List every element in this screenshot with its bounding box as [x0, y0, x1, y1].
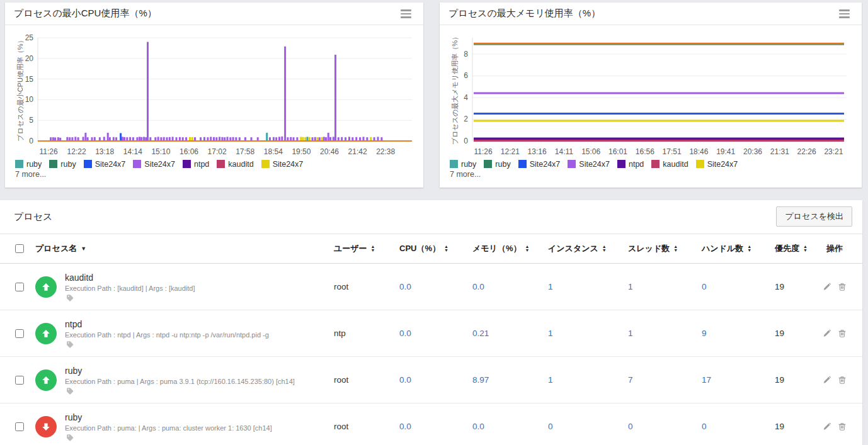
legend-item[interactable]: kauditd	[651, 160, 688, 169]
instances-cell[interactable]: 0	[540, 422, 620, 431]
table-row: ntpd Execution Path : ntpd | Args : ntpd…	[0, 310, 862, 357]
detect-process-button[interactable]: プロセスを検出	[776, 206, 852, 227]
column-header-name[interactable]: プロセス名 ▼	[35, 243, 326, 254]
edit-icon[interactable]	[823, 422, 831, 431]
hamburger-icon[interactable]	[837, 8, 852, 20]
svg-text:16:56: 16:56	[636, 147, 654, 156]
handles-cell[interactable]: 0	[694, 282, 767, 291]
handles-cell[interactable]: 9	[694, 329, 767, 338]
process-name[interactable]: ruby	[65, 366, 295, 376]
column-header-cpu[interactable]: CPU（%）▲▼	[392, 243, 465, 254]
sort-icon[interactable]: ▲▼	[673, 245, 678, 252]
legend-item[interactable]: ruby	[49, 160, 76, 169]
cpu-cell[interactable]: 0.0	[392, 329, 465, 338]
memory-cell[interactable]: 0.21	[465, 329, 540, 338]
cpu-chart-legend-more[interactable]: 7 more...	[5, 169, 423, 180]
cpu-cell[interactable]: 0.0	[392, 282, 465, 291]
legend-item[interactable]: Site24x7	[261, 160, 304, 169]
memory-cell[interactable]: 8.97	[465, 375, 540, 385]
select-all-checkbox[interactable]	[15, 244, 24, 253]
process-name[interactable]: kauditd	[65, 273, 195, 283]
tag-icon[interactable]	[66, 341, 74, 348]
row-checkbox[interactable]	[15, 329, 24, 338]
sort-icon[interactable]: ▲▼	[747, 245, 751, 252]
svg-text:10: 10	[25, 95, 34, 104]
cpu-chart-title: プロセスの最小CPU使用率（%）	[14, 8, 157, 20]
column-header-memory[interactable]: メモリ（%）▲▼	[465, 243, 540, 254]
svg-text:4: 4	[464, 93, 468, 101]
cpu-cell[interactable]: 0.0	[392, 375, 465, 385]
legend-item[interactable]: ntpd	[617, 160, 644, 169]
memory-chart-legend-more[interactable]: 7 more...	[440, 169, 862, 180]
cpu-chart-canvas[interactable]: 051015202511:2612:2213:1814:1415:1016:06…	[9, 29, 418, 159]
legend-item[interactable]: ruby	[15, 160, 42, 169]
legend-swatch	[183, 160, 191, 168]
legend-item[interactable]: ruby	[484, 160, 510, 169]
column-header-user[interactable]: ユーザー▲▼	[326, 243, 392, 254]
process-name[interactable]: ntpd	[65, 319, 269, 329]
edit-icon[interactable]	[823, 282, 831, 291]
memory-cell[interactable]: 0.0	[465, 422, 540, 431]
sort-icon[interactable]: ▲▼	[371, 245, 375, 252]
cpu-cell[interactable]: 0.0	[392, 422, 465, 431]
legend-item[interactable]: ruby	[450, 160, 476, 169]
hamburger-icon[interactable]	[399, 8, 413, 20]
legend-item[interactable]: Site24x7	[84, 160, 126, 169]
column-header-actions-label: 操作	[826, 243, 843, 254]
tag-icon[interactable]	[66, 294, 74, 301]
sort-icon[interactable]: ▲▼	[444, 245, 448, 252]
threads-cell[interactable]: 1	[620, 329, 694, 338]
svg-text:0: 0	[464, 137, 468, 145]
column-header-handles[interactable]: ハンドル数▲▼	[694, 243, 767, 254]
column-header-priority[interactable]: 優先度▲▼	[767, 243, 819, 254]
process-path: Execution Path : puma | Args : puma 3.9.…	[65, 378, 295, 385]
delete-icon[interactable]	[838, 375, 847, 385]
svg-text:20:36: 20:36	[743, 147, 762, 156]
delete-icon[interactable]	[838, 422, 847, 431]
memory-cell[interactable]: 0.0	[465, 282, 540, 291]
row-checkbox[interactable]	[15, 283, 24, 291]
priority-cell: 19	[767, 422, 819, 431]
threads-cell[interactable]: 7	[620, 375, 694, 385]
legend-swatch	[49, 160, 57, 168]
threads-cell[interactable]: 1	[620, 282, 694, 291]
delete-icon[interactable]	[838, 329, 847, 338]
delete-icon[interactable]	[838, 282, 847, 291]
legend-item[interactable]: Site24x7	[568, 160, 610, 169]
legend-item[interactable]: Site24x7	[518, 160, 561, 169]
threads-cell[interactable]: 0	[620, 422, 694, 431]
process-name[interactable]: ruby	[65, 412, 272, 422]
tag-icon[interactable]	[66, 387, 74, 395]
process-path: Execution Path : puma: | Args : puma: cl…	[65, 424, 272, 432]
row-checkbox[interactable]	[15, 376, 24, 385]
column-header-instances[interactable]: インスタンス▲▼	[540, 243, 620, 254]
arrow-icon	[40, 328, 52, 339]
instances-cell[interactable]: 1	[540, 375, 620, 385]
sort-icon[interactable]: ▲▼	[602, 245, 607, 252]
edit-icon[interactable]	[823, 375, 831, 385]
legend-item[interactable]: kauditd	[217, 160, 253, 169]
instances-cell[interactable]: 1	[540, 329, 620, 338]
handles-cell[interactable]: 17	[694, 375, 767, 385]
memory-chart-canvas[interactable]: 0246811:2612:2113:1614:1115:0616:0116:56…	[443, 29, 853, 159]
svg-text:15:10: 15:10	[151, 147, 170, 156]
bars[interactable]	[50, 42, 382, 140]
edit-icon[interactable]	[823, 329, 831, 338]
sort-desc-icon[interactable]: ▼	[81, 245, 86, 252]
svg-text:16:06: 16:06	[180, 147, 198, 156]
handles-cell[interactable]: 0	[694, 422, 767, 431]
sort-icon[interactable]: ▲▼	[525, 245, 529, 252]
gridlines	[38, 38, 412, 141]
legend-item[interactable]: ntpd	[183, 160, 209, 169]
tag-icon[interactable]	[66, 434, 74, 441]
svg-text:16:01: 16:01	[608, 147, 627, 156]
legend-swatch	[651, 160, 660, 168]
instances-cell[interactable]: 1	[540, 282, 620, 291]
legend-item[interactable]: Site24x7	[696, 160, 738, 169]
sort-icon[interactable]: ▲▼	[803, 245, 808, 252]
legend-label: Site24x7	[707, 160, 738, 169]
legend-item[interactable]: Site24x7	[133, 160, 175, 169]
series-lines[interactable]	[474, 43, 844, 140]
column-header-threads[interactable]: スレッド数▲▼	[620, 243, 694, 254]
row-checkbox[interactable]	[15, 422, 24, 431]
